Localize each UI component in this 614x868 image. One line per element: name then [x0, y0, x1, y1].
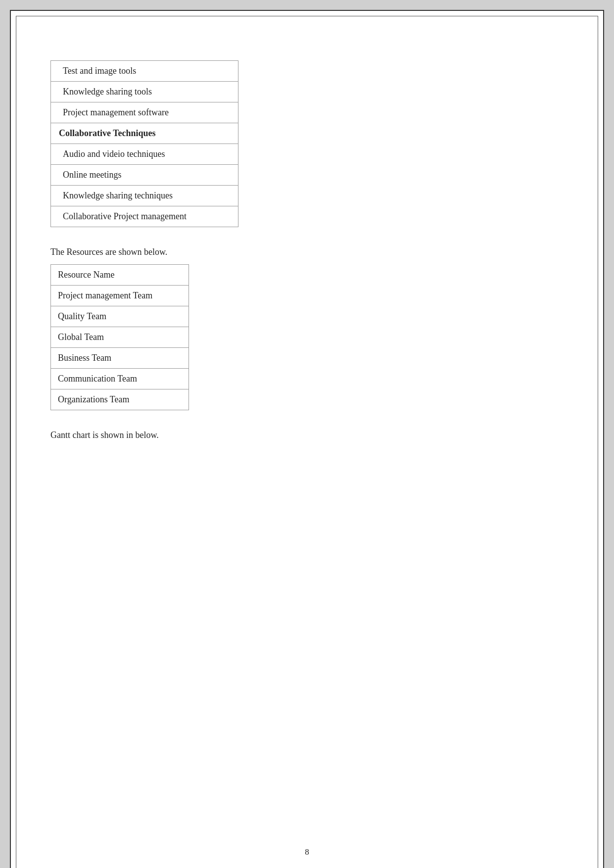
resource-table-cell: Project management Team	[51, 286, 189, 306]
resource-table-row: Organizations Team	[51, 389, 189, 410]
resource-table-cell: Organizations Team	[51, 389, 189, 410]
tools-table-cell: Test and image tools	[51, 61, 238, 82]
resources-intro: The Resources are shown below.	[50, 247, 564, 257]
tools-table-row: Online meetings	[51, 165, 238, 186]
page-number: 8	[305, 847, 309, 857]
resource-table-row: Project management Team	[51, 286, 189, 306]
resource-table-cell: Global Team	[51, 327, 189, 348]
gantt-intro: Gantt chart is shown in below.	[50, 430, 564, 440]
tools-table-cell: Audio and videio techniques	[51, 144, 238, 165]
tools-table-row: Audio and videio techniques	[51, 144, 238, 165]
tools-table: Test and image toolsKnowledge sharing to…	[50, 60, 238, 227]
tools-table-row: Knowledge sharing tools	[51, 82, 238, 102]
resource-table-row: Business Team	[51, 348, 189, 369]
page: Test and image toolsKnowledge sharing to…	[10, 10, 604, 868]
tools-table-row: Knowledge sharing techniques	[51, 186, 238, 206]
tools-table-cell: Knowledge sharing tools	[51, 82, 238, 102]
tools-table-row: Collaborative Project management	[51, 206, 238, 227]
tools-table-cell: Collaborative Project management	[51, 206, 238, 227]
tools-table-row: Test and image tools	[51, 61, 238, 82]
resource-table-row: Quality Team	[51, 306, 189, 327]
tools-table-cell: Project management software	[51, 102, 238, 123]
resource-table: Resource NameProject management TeamQual…	[50, 264, 189, 410]
resource-table-cell: Communication Team	[51, 369, 189, 389]
resource-table-row: Global Team	[51, 327, 189, 348]
resource-table-row: Communication Team	[51, 369, 189, 389]
resource-table-cell: Business Team	[51, 348, 189, 369]
tools-table-cell: Online meetings	[51, 165, 238, 186]
resource-table-header: Resource Name	[51, 265, 189, 286]
resource-table-row: Resource Name	[51, 265, 189, 286]
tools-table-cell: Knowledge sharing techniques	[51, 186, 238, 206]
tools-table-row: Project management software	[51, 102, 238, 123]
tools-table-row: Collaborative Techniques	[51, 123, 238, 144]
resource-table-cell: Quality Team	[51, 306, 189, 327]
content: Test and image toolsKnowledge sharing to…	[50, 41, 564, 440]
tools-table-header-cell: Collaborative Techniques	[51, 123, 238, 144]
